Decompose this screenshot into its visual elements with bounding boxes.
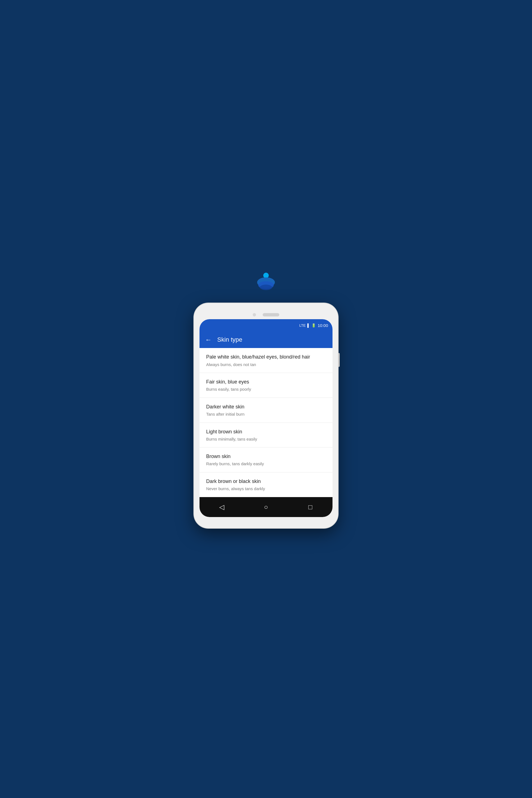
status-bar-right: LTE ▌ 🔋 10:00 <box>299 323 328 328</box>
phone-screen-inner: LTE ▌ 🔋 10:00 ← Skin type Pale white ski… <box>200 319 332 517</box>
clock: 10:00 <box>318 323 328 328</box>
skin-type-title-1: Pale white skin, blue/hazel eyes, blond/… <box>206 354 326 360</box>
skin-type-item-2[interactable]: Fair skin, blue eyesBurns easily, tans p… <box>200 373 332 398</box>
phone-screen: LTE ▌ 🔋 10:00 ← Skin type Pale white ski… <box>200 319 332 517</box>
skin-type-item-5[interactable]: Brown skinRarely burns, tans darkly easi… <box>200 448 332 472</box>
skin-type-item-3[interactable]: Darker white skinTans after initial burn <box>200 398 332 423</box>
skin-type-title-5: Brown skin <box>206 453 326 460</box>
skin-type-title-6: Dark brown or black skin <box>206 478 326 485</box>
earpiece-speaker <box>263 313 279 317</box>
status-bar: LTE ▌ 🔋 10:00 <box>200 319 332 331</box>
svg-point-3 <box>260 285 272 290</box>
skin-type-item-4[interactable]: Light brown skinBurns minimally, tans ea… <box>200 423 332 448</box>
phone-top-sensors <box>200 309 332 319</box>
skin-type-subtitle-2: Burns easily, tans poorly <box>206 386 326 392</box>
app-logo <box>253 270 279 295</box>
skin-type-title-2: Fair skin, blue eyes <box>206 379 326 385</box>
app-bar: ← Skin type <box>200 331 332 348</box>
volume-button <box>338 353 340 367</box>
recents-nav-button[interactable]: □ <box>305 501 316 513</box>
skin-type-item-6[interactable]: Dark brown or black skinNever burns, alw… <box>200 472 332 497</box>
phone-frame: LTE ▌ 🔋 10:00 ← Skin type Pale white ski… <box>194 303 338 528</box>
lte-icon: LTE <box>299 323 306 327</box>
navigation-bar: ◁ ○ □ <box>200 497 332 517</box>
skin-type-subtitle-1: Always burns, does not tan <box>206 362 326 367</box>
battery-icon: 🔋 <box>311 323 316 327</box>
screen-title: Skin type <box>217 336 243 343</box>
skin-type-subtitle-6: Never burns, always tans darkly <box>206 486 326 492</box>
back-nav-button[interactable]: ◁ <box>216 501 227 513</box>
back-button[interactable]: ← <box>205 336 212 344</box>
signal-bars-icon: ▌ <box>307 323 310 327</box>
home-nav-button[interactable]: ○ <box>261 501 271 513</box>
skin-type-subtitle-3: Tans after initial burn <box>206 412 326 417</box>
skin-type-subtitle-4: Burns minimally, tans easily <box>206 436 326 442</box>
front-camera <box>253 313 256 317</box>
skin-type-title-3: Darker white skin <box>206 403 326 410</box>
skin-type-list: Pale white skin, blue/hazel eyes, blond/… <box>200 348 332 497</box>
skin-type-subtitle-5: Rarely burns, tans darkly easily <box>206 461 326 467</box>
skin-type-item-1[interactable]: Pale white skin, blue/hazel eyes, blond/… <box>200 348 332 373</box>
skin-type-title-4: Light brown skin <box>206 429 326 435</box>
phone-bottom <box>200 517 332 522</box>
